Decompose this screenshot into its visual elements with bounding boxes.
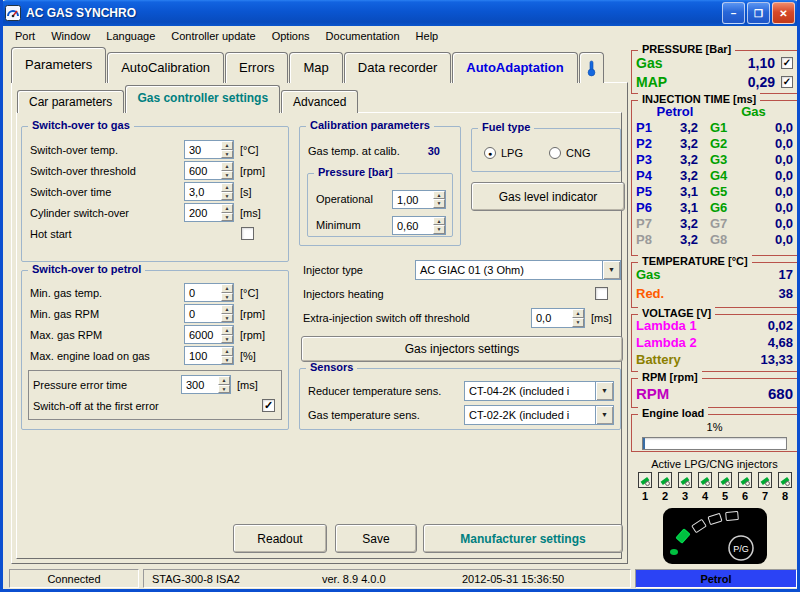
value[interactable]: 3,0 (185, 183, 221, 200)
value[interactable]: 300 (182, 376, 218, 393)
spin-down-icon[interactable]: ▼ (221, 171, 233, 180)
radio-lpg-dot[interactable]: ● (484, 147, 496, 159)
spinner-buttons[interactable]: ▲▼ (221, 183, 233, 200)
menu-documentation[interactable]: Documentation (318, 26, 408, 46)
operational-input[interactable]: 1,00▲▼ (392, 190, 446, 209)
cylinder-switch-over-input[interactable]: 200▲▼ (184, 203, 234, 222)
reducer-temp-sensor-select[interactable]: CT-04-2K (included i▼ (464, 381, 614, 401)
chevron-down-icon[interactable]: ▼ (595, 406, 613, 424)
max-gas-rpm-input[interactable]: 6000▲▼ (184, 325, 234, 344)
value[interactable]: 1,00 (393, 191, 433, 208)
value[interactable]: 600 (185, 162, 221, 179)
spinner-buttons[interactable]: ▲▼ (572, 309, 584, 327)
tab-data-recorder[interactable]: Data recorder (344, 52, 451, 83)
maximize-button[interactable]: ❐ (747, 2, 770, 24)
spinner-buttons[interactable]: ▲▼ (221, 284, 233, 301)
spin-down-icon[interactable]: ▼ (572, 318, 584, 327)
switch-over-threshold-input[interactable]: 600▲▼ (184, 161, 234, 180)
pressure-gas-checkbox[interactable]: ✓ (781, 57, 793, 69)
minimum-input[interactable]: 0,60▲▼ (392, 216, 446, 235)
spin-up-icon[interactable]: ▲ (433, 191, 445, 200)
value[interactable]: 30 (185, 141, 221, 158)
spin-down-icon[interactable]: ▼ (221, 150, 233, 159)
manufacturer-settings-button[interactable]: Manufacturer settings (423, 524, 623, 553)
pressure-map-checkbox[interactable]: ✓ (781, 76, 793, 88)
pressure-error-time-input[interactable]: 300▲▼ (181, 375, 231, 394)
min-gas-temp-input[interactable]: 0▲▼ (184, 283, 234, 302)
chevron-down-icon[interactable]: ▼ (602, 261, 620, 279)
switch-over-temp-input[interactable]: 30▲▼ (184, 140, 234, 159)
tab-car-parameters[interactable]: Car parameters (17, 90, 124, 113)
spinner-buttons[interactable]: ▲▼ (221, 347, 233, 364)
injector-type-select[interactable]: AC GIAC 01 (3 Ohm) ▼ (415, 260, 621, 280)
save-button[interactable]: Save (335, 524, 417, 553)
gas-level-indicator-button[interactable]: Gas level indicator (471, 182, 625, 211)
value[interactable]: 200 (185, 204, 221, 221)
radio-cng-dot[interactable] (549, 147, 561, 159)
menu-controller-update[interactable]: Controller update (163, 26, 263, 46)
menu-language[interactable]: Language (98, 26, 163, 46)
tab-gas-controller-settings[interactable]: Gas controller settings (125, 85, 280, 113)
spin-up-icon[interactable]: ▲ (221, 162, 233, 171)
spin-up-icon[interactable]: ▲ (221, 326, 233, 335)
value[interactable]: 6000 (185, 326, 221, 343)
spin-down-icon[interactable]: ▼ (218, 385, 230, 394)
spin-up-icon[interactable]: ▲ (221, 141, 233, 150)
min-gas-rpm-input[interactable]: 0▲▼ (184, 304, 234, 323)
tab-errors[interactable]: Errors (225, 52, 288, 83)
spinner-buttons[interactable]: ▲▼ (433, 217, 445, 234)
spinner-buttons[interactable]: ▲▼ (433, 191, 445, 208)
spin-up-icon[interactable]: ▲ (221, 204, 233, 213)
chevron-down-icon[interactable]: ▼ (595, 382, 613, 400)
spinner-buttons[interactable]: ▲▼ (221, 305, 233, 322)
spin-down-icon[interactable]: ▼ (221, 293, 233, 302)
spin-down-icon[interactable]: ▼ (221, 356, 233, 365)
spinner-buttons[interactable]: ▲▼ (221, 204, 233, 221)
spin-down-icon[interactable]: ▼ (433, 199, 445, 208)
hot-start-checkbox[interactable] (241, 227, 254, 240)
gas-temp-sensor-select[interactable]: CT-02-2K (included i▼ (464, 405, 614, 425)
tab-autoadaptation[interactable]: AutoAdaptation (452, 52, 577, 83)
menu-port[interactable]: Port (7, 26, 43, 46)
tab-parameters[interactable]: Parameters (11, 47, 106, 83)
menu-window[interactable]: Window (43, 26, 98, 46)
spin-down-icon[interactable]: ▼ (221, 213, 233, 222)
menu-options[interactable]: Options (264, 26, 318, 46)
max-engine-load-input[interactable]: 100▲▼ (184, 346, 234, 365)
menu-help[interactable]: Help (408, 26, 447, 46)
injectors-heating-checkbox[interactable] (595, 287, 608, 300)
spin-up-icon[interactable]: ▲ (218, 376, 230, 385)
spin-down-icon[interactable]: ▼ (221, 335, 233, 344)
spinner-buttons[interactable]: ▲▼ (221, 162, 233, 179)
readout-button[interactable]: Readout (233, 524, 327, 553)
spin-up-icon[interactable]: ▲ (221, 284, 233, 293)
spin-up-icon[interactable]: ▲ (221, 183, 233, 192)
tab-autocalibration[interactable]: AutoCalibration (107, 52, 224, 83)
spin-down-icon[interactable]: ▼ (433, 225, 445, 234)
spinner-buttons[interactable]: ▲▼ (221, 141, 233, 158)
radio-lpg[interactable]: ● LPG (484, 147, 523, 159)
spin-up-icon[interactable]: ▲ (572, 309, 584, 318)
tab-map[interactable]: Map (289, 52, 342, 83)
value[interactable]: 0,0 (532, 309, 572, 327)
spin-up-icon[interactable]: ▲ (221, 305, 233, 314)
radio-cng[interactable]: CNG (549, 147, 590, 159)
spin-up-icon[interactable]: ▲ (433, 217, 445, 226)
spin-down-icon[interactable]: ▼ (221, 192, 233, 201)
value[interactable]: 0 (185, 305, 221, 322)
close-button[interactable]: ✕ (772, 2, 795, 24)
value[interactable]: 100 (185, 347, 221, 364)
tab-advanced[interactable]: Advanced (281, 90, 358, 113)
value[interactable]: 0 (185, 284, 221, 301)
tab-thermometer[interactable] (579, 52, 604, 83)
spin-up-icon[interactable]: ▲ (221, 347, 233, 356)
minimize-button[interactable]: – (722, 2, 745, 24)
spin-down-icon[interactable]: ▼ (221, 314, 233, 323)
spinner-buttons[interactable]: ▲▼ (221, 326, 233, 343)
switch-over-time-input[interactable]: 3,0▲▼ (184, 182, 234, 201)
spinner-buttons[interactable]: ▲▼ (218, 376, 230, 393)
extra-injection-threshold-input[interactable]: 0,0▲▼ (531, 308, 585, 328)
switch-off-first-error-checkbox[interactable]: ✓ (262, 399, 275, 412)
value[interactable]: 0,60 (393, 217, 433, 234)
gas-injectors-settings-button[interactable]: Gas injectors settings (301, 336, 623, 362)
